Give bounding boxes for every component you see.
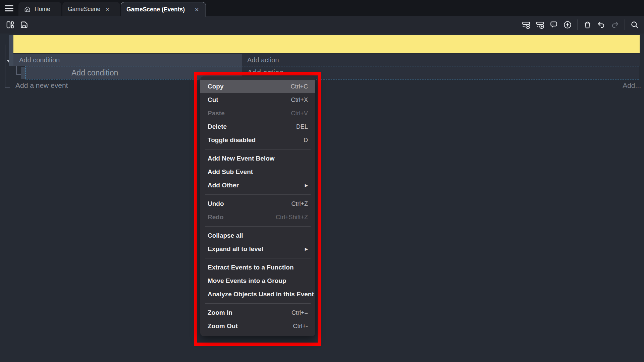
close-tab-icon[interactable]: ✕ [193, 6, 200, 13]
add-event-icon [522, 20, 531, 29]
toolbar: Preview Publish [0, 16, 644, 34]
context-menu-item-redo: RedoCtrl+Shift+Z [200, 210, 315, 224]
selection-outline [25, 66, 639, 79]
search-button[interactable] [629, 19, 641, 31]
hamburger-icon [5, 8, 13, 9]
menu-item-shortcut: Ctrl+Z [291, 200, 308, 207]
redo-button [609, 19, 621, 31]
menu-item-label: Expand all to level [208, 245, 263, 253]
context-menu-divider [205, 258, 311, 258]
toggle-panels-button[interactable] [4, 19, 16, 31]
menu-item-shortcut: Ctrl+X [291, 97, 308, 104]
menu-item-label: Move Events into a Group [208, 277, 286, 285]
menu-item-label: Cut [208, 96, 218, 104]
context-menu-item-collapse-all[interactable]: Collapse all [200, 229, 315, 242]
add-action-cell[interactable]: Add action [242, 54, 640, 66]
context-menu-item-analyze-objects-used-in-this-event[interactable]: Analyze Objects Used in this Event [200, 288, 315, 301]
comment-event[interactable] [13, 35, 640, 53]
delete-button[interactable] [581, 19, 593, 31]
context-menu-item-add-new-event-below[interactable]: Add New Event Below [200, 152, 315, 165]
menu-item-label: Zoom In [208, 309, 232, 316]
menu-item-label: Collapse all [208, 232, 243, 239]
panel-layout-icon [6, 20, 14, 29]
menu-item-label: Extract Events to a Function [208, 264, 294, 271]
context-menu-item-paste: PasteCtrl+V [200, 107, 315, 120]
trash-icon [583, 21, 592, 29]
context-menu-item-delete[interactable]: DeleteDEL [200, 120, 315, 133]
context-menu-divider [205, 149, 311, 149]
menu-item-label: Toggle disabled [208, 136, 256, 144]
context-menu-item-cut[interactable]: CutCtrl+X [200, 93, 315, 107]
context-menu-item-zoom-in[interactable]: Zoom InCtrl+= [200, 306, 315, 319]
context-menu: CopyCtrl+CCutCtrl+XPasteCtrl+VDeleteDELT… [200, 76, 315, 336]
context-menu-item-extract-events-to-a-function[interactable]: Extract Events to a Function [200, 261, 315, 274]
menu-item-label: Add Other [208, 182, 239, 189]
context-menu-divider [205, 303, 311, 304]
menu-item-shortcut: Ctrl+C [290, 83, 308, 90]
tab-home[interactable]: Home [18, 2, 61, 16]
menu-item-label: Delete [208, 123, 227, 130]
tab-gamescene[interactable]: GameScene ✕ [62, 2, 120, 16]
tree-line [5, 45, 5, 88]
context-menu-item-toggle-disabled[interactable]: Toggle disabledD [200, 133, 315, 147]
menu-item-label: Add New Event Below [208, 155, 275, 162]
tab-label: Home [35, 6, 50, 13]
tab-gamescene-events[interactable]: GameScene (Events) ✕ [121, 2, 206, 17]
tree-line [16, 66, 17, 74]
add-comment-icon [549, 20, 558, 29]
toolbar-divider [625, 19, 625, 30]
menu-item-label: Copy [208, 83, 224, 90]
context-menu-item-add-sub-event[interactable]: Add Sub Event [200, 165, 315, 179]
add-overflow-link[interactable]: Add... [623, 81, 641, 89]
save-icon [20, 20, 29, 29]
home-icon [24, 6, 31, 13]
gdevelop-window: Home GameScene ✕ GameScene (Events) ✕ [0, 0, 644, 362]
hamburger-icon [5, 5, 13, 6]
context-menu-item-move-events-into-a-group[interactable]: Move Events into a Group [200, 274, 315, 288]
tab-label: GameScene (Events) [126, 6, 190, 13]
save-button[interactable] [18, 19, 30, 31]
menu-item-label: Paste [208, 110, 225, 117]
add-subevent-button[interactable] [534, 19, 546, 31]
search-icon [630, 20, 639, 29]
choose-event-button[interactable] [561, 19, 574, 31]
context-menu-item-undo[interactable]: UndoCtrl+Z [200, 197, 315, 210]
close-tab-icon[interactable]: ✕ [104, 6, 111, 12]
redo-icon [610, 20, 620, 29]
menu-item-label: Redo [208, 214, 224, 221]
toolbar-right-group [520, 16, 641, 34]
menu-item-shortcut: Ctrl+- [293, 323, 308, 330]
add-condition-label: Add condition [19, 56, 60, 64]
tree-line [16, 74, 21, 75]
submenu-arrow-icon: ▶ [305, 183, 308, 188]
hamburger-icon [5, 10, 13, 11]
toolbar-left-group [4, 16, 30, 34]
submenu-arrow-icon: ▶ [305, 247, 308, 251]
menu-item-shortcut: Ctrl+= [291, 309, 308, 316]
menu-item-shortcut: D [304, 137, 308, 144]
add-subevent-icon [536, 20, 545, 29]
context-menu-divider [205, 194, 311, 195]
menu-item-label: Zoom Out [208, 322, 238, 330]
add-condition-cell[interactable]: Add condition [13, 54, 242, 66]
toolbar-divider [577, 19, 578, 30]
undo-button[interactable] [595, 19, 607, 31]
context-menu-item-expand-all-to-level[interactable]: Expand all to level▶ [200, 242, 315, 256]
undo-icon [597, 20, 606, 29]
menu-item-label: Analyze Objects Used in this Event [208, 291, 314, 298]
add-event-button[interactable] [520, 19, 532, 31]
menu-item-label: Undo [208, 200, 224, 207]
events-sheet: Add condition Add action Add condition A… [0, 34, 644, 362]
context-menu-item-add-other[interactable]: Add Other▶ [200, 179, 315, 192]
add-new-event-link[interactable]: Add a new event [15, 81, 68, 89]
context-menu-item-zoom-out[interactable]: Zoom OutCtrl+- [200, 319, 315, 333]
event-drag-handle[interactable] [9, 35, 13, 66]
add-comment-button[interactable] [548, 19, 560, 31]
tab-label: GameScene [68, 6, 100, 13]
sub-event-drag-handle[interactable] [21, 67, 25, 79]
context-menu-item-copy[interactable]: CopyCtrl+C [200, 80, 315, 93]
main-menu-button[interactable] [3, 3, 17, 14]
menu-item-shortcut: DEL [296, 123, 308, 130]
tab-bar: Home GameScene ✕ GameScene (Events) ✕ [0, 0, 644, 16]
add-action-label: Add action [247, 56, 279, 64]
